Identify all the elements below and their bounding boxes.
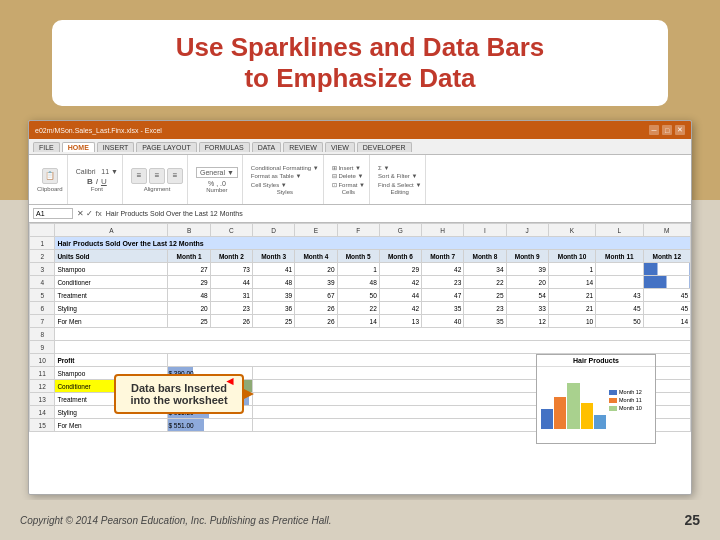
percent-btn[interactable]: % xyxy=(208,180,214,187)
treat-m7[interactable]: 47 xyxy=(422,289,464,302)
tab-file[interactable]: FILE xyxy=(33,142,60,152)
styling-m5[interactable]: 22 xyxy=(337,302,379,315)
styling-m3[interactable]: 36 xyxy=(252,302,294,315)
bold-btn[interactable]: B xyxy=(87,177,93,186)
header-m10[interactable]: Month 10 xyxy=(548,250,595,263)
comma-btn[interactable]: , xyxy=(216,180,218,187)
tab-data[interactable]: DATA xyxy=(252,142,282,152)
formen-m10[interactable]: 10 xyxy=(548,315,595,328)
formen-m2[interactable]: 26 xyxy=(210,315,252,328)
sort-filter-btn[interactable]: Sort & Filter ▼ xyxy=(378,172,421,180)
header-m9[interactable]: Month 9 xyxy=(506,250,548,263)
maximize-btn[interactable]: □ xyxy=(662,125,672,135)
cond-m5[interactable]: 48 xyxy=(337,276,379,289)
format-as-table-btn[interactable]: Format as Table ▼ xyxy=(251,172,319,180)
insert-btn[interactable]: ⊞ Insert ▼ xyxy=(332,164,365,172)
header-m11[interactable]: Month 11 xyxy=(596,250,643,263)
treat-m8[interactable]: 25 xyxy=(464,289,506,302)
col-header-k[interactable]: K xyxy=(548,224,595,237)
header-m1[interactable]: Month 1 xyxy=(168,250,210,263)
cond-m1[interactable]: 29 xyxy=(168,276,210,289)
shampoo-m5[interactable]: 1 xyxy=(337,263,379,276)
shampoo-m4[interactable]: 20 xyxy=(295,263,337,276)
treat-m11[interactable]: 43 xyxy=(596,289,643,302)
styling-m11[interactable]: 45 xyxy=(596,302,643,315)
col-header-a[interactable]: A xyxy=(55,224,168,237)
tab-view[interactable]: VIEW xyxy=(325,142,355,152)
formen-m3[interactable]: 25 xyxy=(252,315,294,328)
tab-formulas[interactable]: FORMULAS xyxy=(199,142,250,152)
header-m12[interactable]: Month 12 xyxy=(643,250,690,263)
formen-m6[interactable]: 13 xyxy=(379,315,421,328)
col-header-e[interactable]: E xyxy=(295,224,337,237)
paste-icon[interactable]: 📋 xyxy=(42,168,58,184)
conditional-formatting-btn[interactable]: Conditional Formatting ▼ xyxy=(251,164,319,172)
treat-m4[interactable]: 67 xyxy=(295,289,337,302)
col-header-l[interactable]: L xyxy=(596,224,643,237)
treat-m1[interactable]: 48 xyxy=(168,289,210,302)
tab-home[interactable]: HOME xyxy=(62,142,95,152)
header-m5[interactable]: Month 5 xyxy=(337,250,379,263)
styling-m7[interactable]: 35 xyxy=(422,302,464,315)
cond-m2[interactable]: 44 xyxy=(210,276,252,289)
profit-formen-label[interactable]: For Men xyxy=(55,419,168,432)
tab-pagelayout[interactable]: PAGE LAYOUT xyxy=(136,142,196,152)
tab-review[interactable]: REVIEW xyxy=(283,142,323,152)
styling-m1[interactable]: 20 xyxy=(168,302,210,315)
header-m8[interactable]: Month 8 xyxy=(464,250,506,263)
format-btn[interactable]: ⊡ Format ▼ xyxy=(332,181,365,189)
product-formen[interactable]: For Men xyxy=(55,315,168,328)
col-header-h[interactable]: H xyxy=(422,224,464,237)
cond-m4[interactable]: 39 xyxy=(295,276,337,289)
cond-m8[interactable]: 22 xyxy=(464,276,506,289)
formen-m4[interactable]: 26 xyxy=(295,315,337,328)
styling-m9[interactable]: 33 xyxy=(506,302,548,315)
cond-m9[interactable]: 20 xyxy=(506,276,548,289)
treat-m10[interactable]: 21 xyxy=(548,289,595,302)
col-header-g[interactable]: G xyxy=(379,224,421,237)
shampoo-m9[interactable]: 39 xyxy=(506,263,548,276)
shampoo-m1[interactable]: 27 xyxy=(168,263,210,276)
styling-m6[interactable]: 42 xyxy=(379,302,421,315)
formen-m8[interactable]: 35 xyxy=(464,315,506,328)
col-header-m[interactable]: M xyxy=(643,224,690,237)
shampoo-m3[interactable]: 41 xyxy=(252,263,294,276)
formen-m1[interactable]: 25 xyxy=(168,315,210,328)
header-units[interactable]: Units Sold xyxy=(55,250,168,263)
cond-m7[interactable]: 23 xyxy=(422,276,464,289)
header-m2[interactable]: Month 2 xyxy=(210,250,252,263)
profit-formen-bar[interactable]: $ 551.00 xyxy=(168,419,253,432)
italic-btn[interactable]: I xyxy=(96,177,98,186)
shampoo-m6[interactable]: 29 xyxy=(379,263,421,276)
find-select-btn[interactable]: Find & Select ▼ xyxy=(378,181,421,189)
styling-m8[interactable]: 23 xyxy=(464,302,506,315)
col-header-d[interactable]: D xyxy=(252,224,294,237)
cond-m11[interactable] xyxy=(596,276,643,289)
cell-styles-btn[interactable]: Cell Styles ▼ xyxy=(251,181,319,189)
shampoo-m8[interactable]: 34 xyxy=(464,263,506,276)
col-header-i[interactable]: I xyxy=(464,224,506,237)
formula-input[interactable]: Hair Products Sold Over the Last 12 Mont… xyxy=(106,210,687,217)
product-shampoo[interactable]: Shampoo xyxy=(55,263,168,276)
number-format-selector[interactable]: General ▼ xyxy=(196,167,238,178)
treat-m9[interactable]: 54 xyxy=(506,289,548,302)
product-conditioner[interactable]: Conditioner xyxy=(55,276,168,289)
cell-reference[interactable]: A1 xyxy=(33,208,73,219)
cond-m10[interactable]: 14 xyxy=(548,276,595,289)
font-selector[interactable]: Calibri 11 ▼ xyxy=(76,168,118,175)
shampoo-m11[interactable] xyxy=(596,263,643,276)
col-header-f[interactable]: F xyxy=(337,224,379,237)
formen-m11[interactable]: 50 xyxy=(596,315,643,328)
cond-m6[interactable]: 42 xyxy=(379,276,421,289)
align-left-icon[interactable]: ≡ xyxy=(131,168,147,184)
product-styling[interactable]: Styling xyxy=(55,302,168,315)
col-header-b[interactable]: B xyxy=(168,224,210,237)
treat-m3[interactable]: 39 xyxy=(252,289,294,302)
treat-m5[interactable]: 50 xyxy=(337,289,379,302)
tab-insert[interactable]: INSERT xyxy=(97,142,135,152)
cond-m3[interactable]: 48 xyxy=(252,276,294,289)
shampoo-m10[interactable]: 1 xyxy=(548,263,595,276)
align-center-icon[interactable]: ≡ xyxy=(149,168,165,184)
treat-m2[interactable]: 31 xyxy=(210,289,252,302)
profit-header[interactable]: Profit xyxy=(55,354,168,367)
